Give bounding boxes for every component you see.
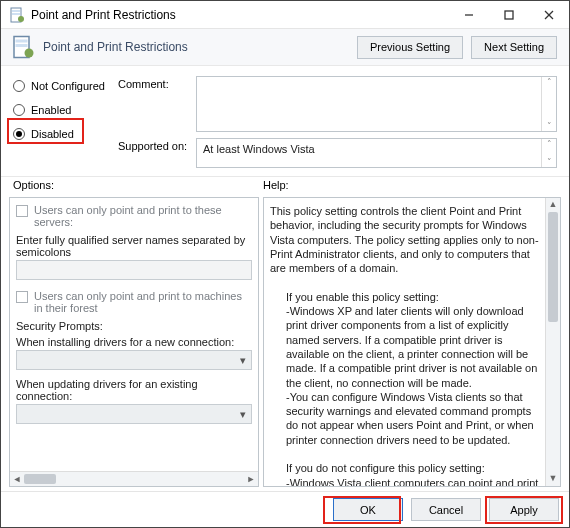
install-select[interactable]: ▾ (16, 350, 252, 370)
svg-rect-5 (505, 11, 513, 19)
security-prompts-heading: Security Prompts: (16, 320, 252, 332)
svg-rect-10 (16, 44, 28, 47)
options-heading: Options: (13, 179, 263, 191)
radio-not-configured[interactable]: Not Configured (13, 76, 118, 96)
help-p2: If you enable this policy setting: (286, 290, 542, 304)
help-p3: If you do not configure this policy sett… (286, 461, 542, 475)
state-radios: Not Configured Enabled Disabled (13, 76, 118, 168)
options-panel: Users can only point and print to these … (9, 197, 259, 487)
help-heading: Help: (263, 179, 557, 191)
comment-label: Comment: (118, 76, 196, 132)
radio-disabled[interactable]: Disabled (13, 124, 118, 144)
ok-button[interactable]: OK (333, 498, 403, 521)
options-h-scrollbar[interactable]: ◄ ► (10, 471, 258, 486)
help-p3a: -Windows Vista client computers can poin… (286, 476, 542, 487)
radio-not-configured-label: Not Configured (31, 80, 105, 92)
next-setting-button[interactable]: Next Setting (471, 36, 557, 59)
chk-servers[interactable]: Users can only point and print to these … (16, 204, 252, 228)
main-split: Users can only point and print to these … (1, 193, 569, 491)
footer: OK Cancel Apply (1, 491, 569, 527)
nav-buttons: Previous Setting Next Setting (357, 36, 557, 59)
help-panel: This policy setting controls the client … (263, 197, 561, 487)
comment-textarea[interactable]: ˄˅ (196, 76, 557, 132)
header-strip: Point and Print Restrictions Previous Se… (1, 29, 569, 66)
chevron-down-icon: ▾ (235, 408, 251, 421)
supported-scrollbar[interactable]: ˄˅ (541, 139, 556, 167)
comment-scrollbar[interactable]: ˄˅ (541, 77, 556, 131)
header-title: Point and Print Restrictions (43, 40, 357, 54)
scroll-right-icon[interactable]: ► (244, 472, 258, 486)
labels-row: Options: Help: (1, 176, 569, 193)
supported-label: Supported on: (118, 138, 196, 168)
servers-hint: Enter fully qualified server names separ… (16, 234, 252, 258)
close-button[interactable] (529, 2, 569, 28)
scroll-up-icon[interactable]: ▲ (546, 198, 560, 212)
apply-button[interactable]: Apply (489, 498, 559, 521)
chk-forest[interactable]: Users can only point and print to machin… (16, 290, 252, 314)
svg-rect-9 (16, 40, 28, 43)
upper-area: Not Configured Enabled Disabled Comment:… (1, 66, 569, 176)
svg-point-11 (25, 49, 34, 58)
radio-disabled-label: Disabled (31, 128, 74, 140)
supported-on-box: At least Windows Vista ˄˅ (196, 138, 557, 168)
help-p2b: -You can configure Windows Vista clients… (286, 390, 542, 447)
mid-column: Comment: ˄˅ Supported on: At least Windo… (118, 76, 557, 168)
window-title: Point and Print Restrictions (31, 8, 176, 22)
supported-on-text: At least Windows Vista (203, 143, 315, 155)
maximize-button[interactable] (489, 2, 529, 28)
radio-enabled[interactable]: Enabled (13, 100, 118, 120)
update-label: When updating drivers for an existing co… (16, 378, 252, 402)
svg-point-3 (18, 16, 24, 22)
scroll-left-icon[interactable]: ◄ (10, 472, 24, 486)
chevron-down-icon: ▾ (235, 354, 251, 367)
install-label: When installing drivers for a new connec… (16, 336, 252, 348)
update-select[interactable]: ▾ (16, 404, 252, 424)
svg-rect-2 (12, 13, 20, 15)
previous-setting-button[interactable]: Previous Setting (357, 36, 463, 59)
help-p1: This policy setting controls the client … (270, 204, 542, 275)
svg-rect-1 (12, 10, 20, 12)
window: Point and Print Restrictions Point and P… (0, 0, 570, 528)
help-p2a: -Windows XP and later clients will only … (286, 304, 542, 390)
policy-large-icon (11, 35, 35, 59)
titlebar: Point and Print Restrictions (1, 1, 569, 29)
scroll-down-icon[interactable]: ▼ (546, 472, 560, 486)
policy-icon (9, 7, 25, 23)
help-v-scrollbar[interactable]: ▲ ▼ (545, 198, 560, 486)
servers-input[interactable] (16, 260, 252, 280)
radio-enabled-label: Enabled (31, 104, 71, 116)
cancel-button[interactable]: Cancel (411, 498, 481, 521)
scroll-thumb[interactable] (548, 212, 558, 322)
minimize-button[interactable] (449, 2, 489, 28)
